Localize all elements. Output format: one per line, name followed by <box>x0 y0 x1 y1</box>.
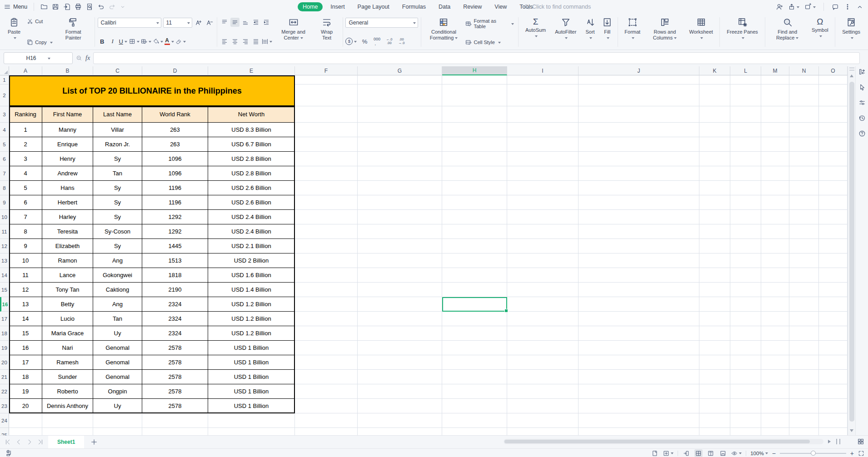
column-header-E[interactable]: E <box>208 66 295 75</box>
row-header-1[interactable]: 1 <box>0 75 9 84</box>
adjust-settings-icon[interactable] <box>858 99 866 106</box>
row-header-7[interactable]: 7 <box>0 166 9 181</box>
cell-C23[interactable]: Uy <box>93 399 142 413</box>
menu-tab-home[interactable]: Home <box>298 2 323 11</box>
column-header-O[interactable]: O <box>819 66 848 75</box>
page-layout-view-button[interactable] <box>707 449 715 457</box>
cell-C11[interactable]: Sy-Coson <box>93 224 142 239</box>
cell-B12[interactable]: Elizabeth <box>42 239 93 253</box>
next-sheet-icon[interactable] <box>26 439 33 445</box>
cell-E8[interactable]: USD 2.6 Billion <box>208 181 295 195</box>
menu-tab-view[interactable]: View <box>489 2 512 11</box>
row-header-4[interactable]: 4 <box>0 123 9 137</box>
row-header-15[interactable]: 15 <box>0 283 9 297</box>
side-dock-button[interactable] <box>682 449 690 457</box>
row-header-12[interactable]: 12 <box>0 239 9 253</box>
cell-E11[interactable]: USD 2.4 Billion <box>208 224 295 239</box>
print-preview-icon[interactable] <box>86 3 93 10</box>
help-icon[interactable] <box>858 130 866 137</box>
wrap-text-button[interactable]: Wrap Text <box>314 15 340 49</box>
cell-D12[interactable]: 1445 <box>142 239 208 253</box>
eraser-button[interactable] <box>175 37 186 46</box>
cell-A22[interactable]: 19 <box>9 384 42 399</box>
cell-A9[interactable]: 6 <box>9 195 42 210</box>
font-name-select[interactable]: Calibri <box>98 18 161 28</box>
decrease-indent-button[interactable] <box>251 18 260 27</box>
redo-icon[interactable] <box>109 3 116 10</box>
column-header-A[interactable]: A <box>9 66 42 75</box>
element-transfer-icon[interactable] <box>858 68 866 75</box>
align-right-button[interactable] <box>241 37 250 46</box>
cell-C22[interactable]: Ongpin <box>93 384 142 399</box>
cell-D4[interactable]: 263 <box>142 123 208 137</box>
cell-A6[interactable]: 3 <box>9 152 42 166</box>
cell-D13[interactable]: 1513 <box>142 253 208 268</box>
cell-C17[interactable]: Tan <box>93 312 142 326</box>
cell-C15[interactable]: Caktiong <box>93 283 142 297</box>
scroll-up-arrow[interactable] <box>850 73 853 77</box>
zoom-level[interactable]: 100% <box>750 451 768 456</box>
cell-C20[interactable]: Genomal <box>93 355 142 370</box>
row-header-2[interactable]: 2 <box>0 84 9 106</box>
cell-D6[interactable]: 1096 <box>142 152 208 166</box>
cell-A7[interactable]: 4 <box>9 166 42 181</box>
row-header-22[interactable]: 22 <box>0 384 9 399</box>
align-bottom-button[interactable] <box>241 18 250 27</box>
page-preview-button[interactable] <box>651 449 659 457</box>
align-center-button[interactable] <box>230 37 239 46</box>
row-header-14[interactable]: 14 <box>0 268 9 283</box>
cell-A4[interactable]: 1 <box>9 123 42 137</box>
italic-button[interactable]: I <box>108 37 117 46</box>
cell-D16[interactable]: 2324 <box>142 297 208 312</box>
cell-B18[interactable]: Maria Grace <box>42 326 93 341</box>
export-icon[interactable] <box>63 3 70 10</box>
row-header-11[interactable]: 11 <box>0 224 9 239</box>
row-header-13[interactable]: 13 <box>0 253 9 268</box>
row-header-8[interactable]: 8 <box>0 181 9 195</box>
cell-E5[interactable]: USD 6.7 Billion <box>208 137 295 152</box>
row-header-18[interactable]: 18 <box>0 326 9 341</box>
sheet-tab-sheet1[interactable]: Sheet1 <box>48 436 84 448</box>
more-options-icon[interactable] <box>844 3 851 10</box>
cell-E19[interactable]: USD 1 Billion <box>208 341 295 355</box>
cell-E9[interactable]: USD 2.6 Billion <box>208 195 295 210</box>
cell-A15[interactable]: 12 <box>9 283 42 297</box>
cell-C12[interactable]: Sy <box>93 239 142 253</box>
zoom-formula-icon[interactable] <box>76 55 82 61</box>
row-header-16[interactable]: 16 <box>0 297 9 312</box>
last-sheet-icon[interactable] <box>37 439 44 445</box>
zoom-in-button[interactable]: + <box>850 450 854 457</box>
menu-tab-formulas[interactable]: Formulas <box>397 2 431 11</box>
row-header-5[interactable]: 5 <box>0 137 9 152</box>
table-header-first-name[interactable]: First Name <box>42 106 93 123</box>
cell-C21[interactable]: Genomal <box>93 370 142 384</box>
cell-E7[interactable]: USD 2.8 Billion <box>208 166 295 181</box>
horizontal-scroll-thumb[interactable] <box>504 440 810 443</box>
cell-D14[interactable]: 1818 <box>142 268 208 283</box>
zoom-out-button[interactable]: − <box>772 450 776 457</box>
cell-A13[interactable]: 10 <box>9 253 42 268</box>
cell-D17[interactable]: 2324 <box>142 312 208 326</box>
insert-function-button[interactable]: fx <box>85 55 90 62</box>
cell-E22[interactable]: USD 1 Billion <box>208 384 295 399</box>
cell-style-button[interactable]: Cell Style <box>464 39 515 46</box>
cell-D21[interactable]: 2578 <box>142 370 208 384</box>
cell-C7[interactable]: Tan <box>93 166 142 181</box>
undo-icon[interactable] <box>97 3 105 10</box>
new-tab-button[interactable] <box>804 3 816 10</box>
select-all-corner[interactable] <box>0 66 9 75</box>
cell-A14[interactable]: 11 <box>9 268 42 283</box>
fullscreen-icon[interactable] <box>858 450 864 457</box>
zoom-slider[interactable] <box>780 449 846 457</box>
vertical-scroll-thumb[interactable] <box>849 82 854 422</box>
justify-button[interactable] <box>251 37 260 46</box>
table-header-net-worth[interactable]: Net Worth <box>208 106 295 123</box>
align-left-button[interactable] <box>220 37 229 46</box>
distributed-button[interactable] <box>262 37 272 46</box>
conditional-formatting-button[interactable]: Conditional Formatting <box>424 15 463 49</box>
find-and-replace-button[interactable]: Find and Replace <box>768 15 807 49</box>
cell-C10[interactable]: Sy <box>93 210 142 224</box>
cell-B4[interactable]: Manny <box>42 123 93 137</box>
cell-D8[interactable]: 1196 <box>142 181 208 195</box>
cell-A17[interactable]: 14 <box>9 312 42 326</box>
